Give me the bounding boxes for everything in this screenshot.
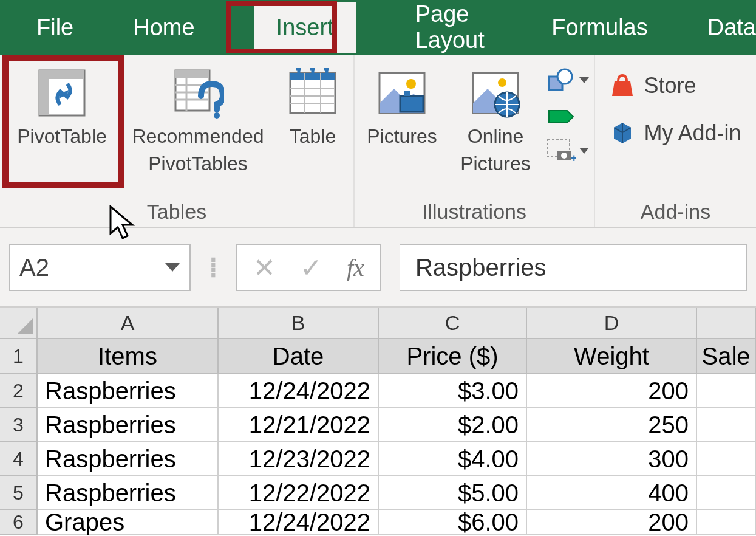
- table-row: 3 Raspberries 12/21/2022 $2.00 250: [0, 408, 756, 442]
- tab-page-layout[interactable]: Page Layout: [415, 1, 492, 53]
- online-pictures-icon: [468, 66, 523, 120]
- cell[interactable]: $3.00: [379, 374, 527, 408]
- online-pictures-button[interactable]: Online Pictures: [453, 62, 538, 179]
- pictures-button[interactable]: Pictures: [359, 62, 444, 151]
- cell[interactable]: Grapes: [38, 510, 219, 535]
- cell[interactable]: [697, 374, 756, 408]
- shapes-button[interactable]: [547, 67, 589, 94]
- cell[interactable]: 12/22/2022: [219, 476, 379, 510]
- smartart-icon: [547, 103, 576, 128]
- table-row: 4 Raspberries 12/23/2022 $4.00 300: [0, 442, 756, 476]
- ribbon-group-addins: Store My Add-in Add-ins: [595, 55, 756, 227]
- cell[interactable]: $5.00: [379, 476, 527, 510]
- group-label-tables: Tables: [147, 198, 206, 227]
- cell[interactable]: [697, 408, 756, 442]
- row-header[interactable]: 6: [0, 510, 38, 535]
- svg-rect-19: [400, 96, 423, 112]
- cell[interactable]: 250: [527, 408, 697, 442]
- tab-home[interactable]: Home: [133, 15, 194, 41]
- table-label: Table: [290, 125, 336, 148]
- spreadsheet: A B C D 1 Items Date Price ($) Weight Sa…: [0, 308, 756, 535]
- tab-insert[interactable]: Insert: [254, 2, 356, 53]
- table-icon: [285, 66, 340, 120]
- col-header-b[interactable]: B: [219, 308, 379, 339]
- recommended-pivottables-icon: [171, 66, 225, 120]
- group-label-illustrations: Illustrations: [422, 198, 526, 227]
- cell[interactable]: [697, 476, 756, 510]
- fx-icon[interactable]: fx: [347, 253, 364, 282]
- row-header[interactable]: 4: [0, 442, 38, 476]
- cell[interactable]: 12/24/2022: [219, 510, 379, 535]
- cell[interactable]: 12/21/2022: [219, 408, 379, 442]
- separator-dots-icon: ⁞: [209, 251, 218, 284]
- table-button[interactable]: Table: [279, 62, 346, 151]
- cell[interactable]: $2.00: [379, 408, 527, 442]
- pivottable-label: PivotTable: [17, 125, 107, 148]
- store-button[interactable]: Store: [610, 73, 696, 98]
- tab-data[interactable]: Data: [707, 15, 756, 41]
- cell[interactable]: $4.00: [379, 442, 527, 476]
- my-addins-button[interactable]: My Add-in: [610, 120, 741, 146]
- pivottable-icon: [35, 66, 89, 120]
- svg-point-25: [557, 69, 572, 84]
- col-header-a[interactable]: A: [38, 308, 219, 339]
- cell[interactable]: $6.00: [379, 510, 527, 535]
- col-header-d[interactable]: D: [527, 308, 697, 339]
- cancel-formula-button[interactable]: ✕: [253, 252, 276, 283]
- header-price[interactable]: Price ($): [379, 339, 527, 374]
- cell[interactable]: [697, 442, 756, 476]
- column-headers: A B C D: [0, 308, 756, 339]
- screenshot-button[interactable]: +: [547, 137, 589, 164]
- header-sale[interactable]: Sale: [697, 339, 756, 374]
- store-icon: [610, 73, 635, 98]
- select-all-corner[interactable]: [0, 308, 38, 339]
- header-weight[interactable]: Weight: [527, 339, 697, 374]
- svg-rect-2: [39, 70, 49, 115]
- my-addins-label: My Add-in: [644, 120, 741, 146]
- row-header[interactable]: 1: [0, 339, 38, 374]
- formula-input[interactable]: [400, 244, 747, 291]
- col-header-c[interactable]: C: [379, 308, 527, 339]
- header-date[interactable]: Date: [219, 339, 379, 374]
- row-header[interactable]: 3: [0, 408, 38, 442]
- ribbon-tabs: File Home Insert Page Layout Formulas Da…: [0, 0, 756, 55]
- cell[interactable]: Raspberries: [38, 476, 219, 510]
- formula-bar: A2 ⁞ ✕ ✓ fx: [0, 228, 756, 308]
- online-pictures-label-1: Online: [468, 125, 524, 148]
- cell[interactable]: Raspberries: [38, 442, 219, 476]
- cell[interactable]: Raspberries: [38, 408, 219, 442]
- name-box[interactable]: A2: [9, 244, 191, 291]
- cell[interactable]: Raspberries: [38, 374, 219, 408]
- cell[interactable]: [697, 510, 756, 535]
- svg-point-28: [561, 153, 567, 159]
- cell[interactable]: 200: [527, 510, 697, 535]
- smartart-button[interactable]: [547, 102, 589, 129]
- col-header-e[interactable]: [697, 308, 756, 339]
- store-label: Store: [644, 73, 696, 98]
- formula-controls: ✕ ✓ fx: [236, 244, 381, 291]
- cell[interactable]: 400: [527, 476, 697, 510]
- header-items[interactable]: Items: [38, 339, 219, 374]
- cell[interactable]: 200: [527, 374, 697, 408]
- recommended-pivottables-button[interactable]: Recommended PivotTables: [125, 62, 271, 179]
- tab-formulas[interactable]: Formulas: [551, 15, 647, 41]
- svg-point-22: [498, 78, 506, 87]
- svg-point-9: [214, 112, 220, 119]
- cell[interactable]: 300: [527, 442, 697, 476]
- cell[interactable]: 12/23/2022: [219, 442, 379, 476]
- ribbon-insert: PivotTable Recommended: [0, 55, 756, 228]
- recommended-pivottables-label-2: PivotTables: [148, 153, 248, 175]
- pivottable-button[interactable]: PivotTable: [7, 62, 117, 151]
- row-header[interactable]: 5: [0, 476, 38, 510]
- online-pictures-label-2: Pictures: [460, 153, 531, 175]
- cell[interactable]: 12/24/2022: [219, 374, 379, 408]
- tab-file[interactable]: File: [36, 15, 73, 41]
- svg-rect-4: [175, 70, 209, 78]
- accept-formula-button[interactable]: ✓: [300, 252, 322, 283]
- svg-text:+: +: [571, 152, 576, 163]
- pictures-icon: [375, 66, 429, 120]
- row-header[interactable]: 2: [0, 374, 38, 408]
- table-row: 1 Items Date Price ($) Weight Sale: [0, 339, 756, 374]
- screenshot-icon: +: [547, 139, 576, 163]
- svg-rect-20: [404, 91, 410, 96]
